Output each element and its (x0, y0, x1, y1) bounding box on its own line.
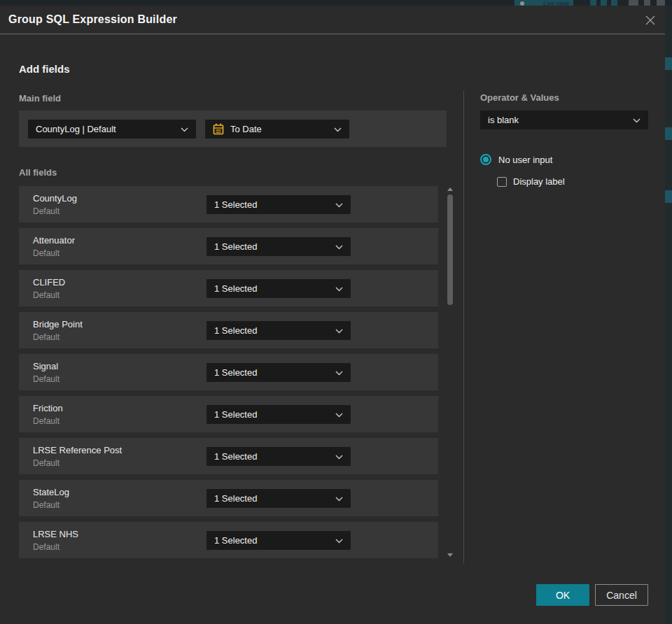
field-row: Bridge Point Default 1 Selected (19, 312, 438, 348)
dialog-title: Group SQL Expression Builder (8, 6, 177, 34)
main-field-select[interactable]: CountyLog | Default (28, 120, 196, 139)
background-bar (629, 0, 638, 6)
live-view-label: Live view (543, 0, 569, 6)
scrollbar-thumb[interactable] (447, 194, 453, 305)
main-field-row: CountyLog | Default (19, 111, 447, 147)
field-subtitle: Default (33, 416, 206, 426)
field-selection-label: 1 Selected (214, 409, 257, 420)
background-bar (601, 0, 607, 6)
chevron-down-icon (335, 535, 343, 546)
background-bar (657, 0, 665, 6)
chevron-down-icon (335, 325, 343, 336)
field-selection-select[interactable]: 1 Selected (206, 447, 351, 466)
main-field-select-value: CountyLog | Default (36, 124, 116, 134)
field-selection-label: 1 Selected (214, 451, 257, 462)
close-icon[interactable] (644, 14, 657, 27)
field-row: StateLog Default 1 Selected (19, 480, 438, 516)
dialog-titlebar: Group SQL Expression Builder (0, 6, 665, 34)
field-name: LRSE Reference Post (33, 445, 206, 455)
field-selection-select[interactable]: 1 Selected (206, 531, 351, 550)
field-subtitle: Default (33, 290, 206, 300)
all-fields-label: All fields (19, 167, 57, 178)
field-row: Attenuator Default 1 Selected (19, 228, 438, 264)
no-user-input-option[interactable]: No user input (480, 154, 552, 165)
fields-list: CountyLog Default 1 Selected Attenuator … (19, 186, 438, 558)
chevron-down-icon (335, 283, 343, 294)
chevron-down-icon (335, 241, 343, 252)
chevron-down-icon (633, 115, 640, 125)
panel-divider (463, 91, 464, 564)
field-selection-select[interactable]: 1 Selected (206, 195, 351, 214)
chevron-down-icon (334, 124, 342, 134)
add-fields-heading: Add fields (19, 63, 70, 75)
display-label-option[interactable]: Display label (497, 176, 565, 187)
field-selection-label: 1 Selected (214, 325, 257, 336)
chevron-down-icon (181, 124, 188, 134)
calendar-icon (213, 123, 224, 135)
ok-button[interactable]: OK (536, 584, 589, 606)
field-row: CLIFED Default 1 Selected (19, 270, 438, 306)
field-selection-label: 1 Selected (214, 283, 257, 294)
field-row: LRSE Reference Post Default 1 Selected (19, 438, 438, 474)
chevron-down-icon (335, 409, 343, 420)
date-field-select-value: To Date (230, 124, 262, 134)
chevron-down-icon (335, 451, 343, 462)
no-user-input-label: No user input (498, 155, 552, 165)
field-subtitle: Default (33, 458, 206, 468)
group-sql-expression-builder-dialog: Group SQL Expression Builder Add fields … (0, 6, 665, 624)
operator-values-label: Operator & Values (480, 92, 559, 103)
chevron-down-icon (335, 199, 343, 210)
field-selection-select[interactable]: 1 Selected (206, 489, 351, 508)
scroll-up-icon[interactable] (447, 187, 453, 191)
field-subtitle: Default (33, 248, 206, 258)
background-bar (644, 0, 650, 6)
background-app-top-strip: Live view (0, 0, 672, 6)
chevron-down-icon (335, 493, 343, 504)
field-subtitle: Default (33, 500, 206, 510)
field-selection-label: 1 Selected (214, 199, 257, 210)
background-bar (590, 0, 596, 6)
field-subtitle: Default (33, 206, 206, 216)
chevron-down-icon (335, 367, 343, 378)
checkbox-unchecked-icon[interactable] (497, 177, 507, 187)
field-row: Friction Default 1 Selected (19, 396, 438, 432)
field-selection-label: 1 Selected (214, 241, 257, 252)
field-name: CLIFED (33, 277, 206, 288)
background-chart-bar (665, 127, 672, 140)
field-selection-select[interactable]: 1 Selected (206, 363, 351, 382)
radio-selected-icon[interactable] (480, 154, 491, 165)
field-selection-label: 1 Selected (214, 493, 257, 504)
operator-select[interactable]: is blank (480, 111, 648, 129)
field-name: StateLog (33, 487, 206, 497)
field-selection-select[interactable]: 1 Selected (206, 279, 351, 298)
field-row: CountyLog Default 1 Selected (19, 186, 438, 222)
field-selection-label: 1 Selected (214, 535, 257, 546)
date-field-select[interactable]: To Date (205, 120, 349, 139)
scroll-down-icon[interactable] (447, 553, 453, 557)
cancel-button[interactable]: Cancel (595, 584, 648, 606)
operator-select-value: is blank (488, 115, 519, 125)
background-bar (611, 0, 617, 6)
field-selection-select[interactable]: 1 Selected (206, 237, 351, 256)
field-subtitle: Default (33, 542, 206, 552)
background-chart-bar (665, 190, 672, 203)
field-name: Friction (33, 403, 206, 413)
field-name: Signal (33, 361, 206, 371)
field-name: CountyLog (33, 193, 206, 204)
field-selection-label: 1 Selected (214, 367, 257, 378)
field-name: Attenuator (33, 235, 206, 246)
background-chart-bar (665, 57, 672, 70)
field-row: Signal Default 1 Selected (19, 354, 438, 390)
field-row: LRSE NHS Default 1 Selected (19, 522, 438, 558)
field-name: Bridge Point (33, 319, 206, 329)
field-subtitle: Default (33, 374, 206, 384)
live-view-button: Live view (514, 0, 573, 6)
fields-scrollbar[interactable] (447, 186, 454, 558)
background-app-right-strip (665, 6, 672, 624)
field-selection-select[interactable]: 1 Selected (206, 405, 351, 424)
field-subtitle: Default (33, 332, 206, 342)
main-field-label: Main field (19, 93, 61, 104)
display-label-label: Display label (513, 176, 565, 187)
field-selection-select[interactable]: 1 Selected (206, 321, 351, 340)
screen: Live view Group SQL Expression Builder A… (0, 0, 672, 624)
